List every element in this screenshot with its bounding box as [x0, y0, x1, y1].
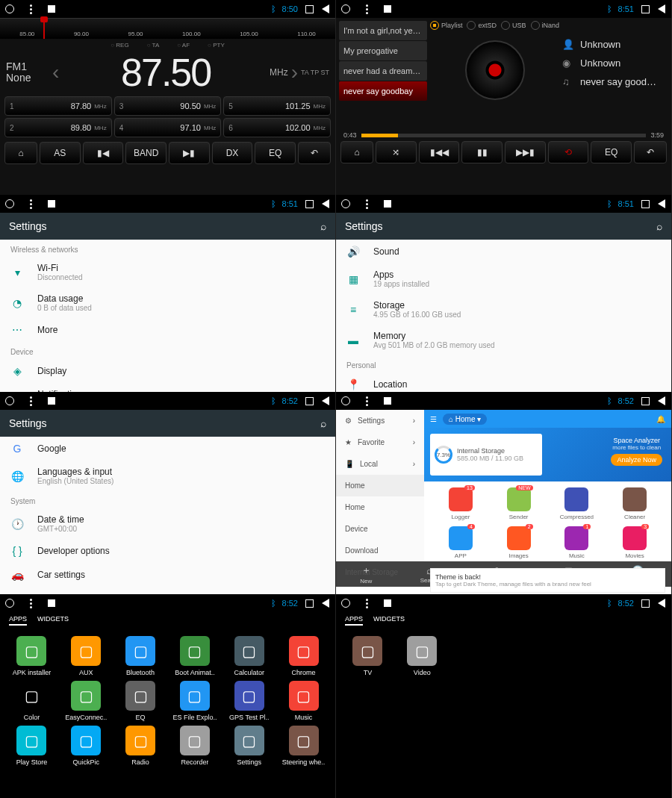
prev-button[interactable]: ▮◀	[83, 142, 124, 164]
app-item[interactable]: ▢Music	[278, 681, 329, 721]
recent-icon[interactable]	[640, 199, 650, 209]
circle-icon[interactable]	[4, 4, 15, 14]
seek-up[interactable]: ›	[288, 60, 301, 84]
recent-icon[interactable]	[640, 598, 650, 608]
home-button[interactable]: ⌂	[340, 141, 373, 163]
app-item[interactable]: ▢Video	[396, 636, 448, 676]
window-icon[interactable]	[382, 598, 393, 608]
app-item[interactable]: ▢Calculator	[223, 636, 275, 676]
sidebar-item[interactable]: ⚙Settings›	[336, 410, 424, 431]
source-tab[interactable]: iNand	[531, 21, 560, 30]
data-usage-item[interactable]: ◔Data usage0 B of data used	[0, 287, 335, 318]
app-item[interactable]: ▢EasyConnec..	[60, 681, 112, 721]
sidebar-item[interactable]: ★Favorite›	[336, 431, 424, 453]
preset-5[interactable]: 5101.25MHz	[223, 96, 331, 116]
app-item[interactable]: ▢Color	[6, 681, 57, 721]
app-item[interactable]: ▢QuickPic	[60, 726, 112, 766]
overflow-icon[interactable]	[25, 396, 36, 406]
eq-button[interactable]: EQ	[591, 141, 632, 163]
app-item[interactable]: ▢EQ	[115, 681, 167, 721]
circle-icon[interactable]	[4, 199, 15, 209]
playlist-item[interactable]: My prerogative	[339, 41, 427, 60]
about-item[interactable]: ⓘAbout deviceAndroid 7.1.1	[0, 587, 335, 594]
sidebar-item[interactable]: Home	[336, 496, 424, 518]
more-item[interactable]: ⋯More	[0, 318, 335, 342]
developer-item[interactable]: { }Developer options	[0, 539, 335, 563]
app-item[interactable]: ▢Bluetooth	[115, 636, 167, 676]
prev-button[interactable]: ▮◀◀	[419, 141, 460, 163]
app-item[interactable]: ▢AUX	[60, 636, 112, 676]
apps-item[interactable]: ▦Apps19 apps installed	[336, 264, 671, 294]
sidebar-item[interactable]: Device	[336, 518, 424, 540]
wifi-item[interactable]: ▾Wi-FiDisconnected	[0, 257, 335, 287]
next-button[interactable]: ▶▮	[169, 142, 210, 164]
tool-sender[interactable]: NEWSender	[493, 487, 545, 520]
app-item[interactable]: ▢Steering whe..	[278, 726, 329, 766]
repeat-button[interactable]: ⟲	[548, 141, 589, 163]
display-item[interactable]: ◈Display	[0, 359, 335, 383]
memory-item[interactable]: ▬MemoryAvg 501 MB of 2.0 GB memory used	[336, 325, 671, 355]
recent-icon[interactable]	[304, 199, 314, 209]
app-item[interactable]: ▢Recorder	[169, 726, 221, 766]
overflow-icon[interactable]	[361, 4, 372, 14]
home-chip[interactable]: ⌂ Home ▾	[443, 414, 487, 425]
circle-icon[interactable]	[340, 4, 351, 14]
menu-icon[interactable]: ☰	[430, 415, 437, 423]
frequency-scale[interactable]: 85.0090.0095.00100.00105.00110.00	[0, 18, 335, 39]
app-item[interactable]: ▢Chrome	[278, 636, 329, 676]
recent-icon[interactable]	[304, 4, 314, 14]
window-icon[interactable]	[382, 4, 393, 14]
circle-icon[interactable]	[4, 396, 15, 406]
search-icon[interactable]: ⌕	[656, 220, 662, 232]
back-button[interactable]: ↶	[634, 141, 667, 163]
tool-images[interactable]: 2Images	[493, 526, 545, 559]
search-icon[interactable]: ⌕	[320, 220, 326, 232]
car-item[interactable]: 🚗Car settings	[0, 563, 335, 587]
circle-icon[interactable]	[340, 598, 351, 608]
app-item[interactable]: ▢GPS Test Pl..	[223, 681, 275, 721]
preset-2[interactable]: 289.80MHz	[4, 118, 112, 137]
source-tab[interactable]: USB	[501, 21, 526, 30]
playlist-item[interactable]: never say goodbay	[339, 81, 427, 101]
overflow-icon[interactable]	[361, 598, 372, 608]
window-icon[interactable]	[382, 199, 393, 209]
overflow-icon[interactable]	[361, 199, 372, 209]
location-item[interactable]: 📍Location	[336, 372, 671, 392]
dx-button[interactable]: DX	[212, 142, 253, 164]
storage-card[interactable]: 7.3%Internal Storage585.00 MB / 11.90 GB	[430, 434, 542, 476]
tool-compressed[interactable]: Compressed	[551, 487, 603, 520]
pause-button[interactable]: ▮▮	[461, 141, 503, 163]
next-button[interactable]: ▶▶▮	[505, 141, 546, 163]
app-item[interactable]: ▢Settings	[223, 726, 275, 766]
circle-icon[interactable]	[340, 396, 351, 406]
window-icon[interactable]	[46, 396, 57, 406]
circle-icon[interactable]	[340, 199, 351, 209]
source-tab[interactable]: Playlist	[430, 21, 463, 30]
datetime-item[interactable]: 🕐Date & timeGMT+00:00	[0, 508, 335, 539]
bell-icon[interactable]: 🔔	[656, 415, 665, 423]
back-icon[interactable]	[656, 396, 667, 406]
window-icon[interactable]	[46, 4, 57, 14]
theme-card[interactable]: Theme is back!Tap to get Dark Theme, man…	[430, 568, 665, 593]
app-item[interactable]: ▢TV	[342, 636, 393, 676]
google-item[interactable]: GGoogle	[0, 437, 335, 461]
playlist-item[interactable]: I'm not a girl,not ye…	[339, 21, 427, 40]
sidebar-item[interactable]: Download	[336, 540, 424, 561]
eq-button[interactable]: EQ	[255, 142, 296, 164]
app-item[interactable]: ▢ES File Explo..	[169, 681, 221, 721]
progress-bar[interactable]: 0:433:59	[336, 131, 671, 139]
overflow-icon[interactable]	[25, 4, 36, 14]
back-icon[interactable]	[320, 4, 331, 14]
back-button[interactable]: ↶	[298, 142, 331, 164]
back-icon[interactable]	[320, 598, 331, 608]
tuning-needle[interactable]	[43, 19, 45, 39]
tool-cleaner[interactable]: Cleaner	[609, 487, 661, 520]
analyze-button[interactable]: Analyze Now	[611, 454, 662, 466]
language-item[interactable]: 🌐Languages & inputEnglish (United States…	[0, 461, 335, 491]
back-icon[interactable]	[656, 4, 667, 14]
tool-logger[interactable]: 13Logger	[435, 487, 487, 520]
app-item[interactable]: ▢Radio	[115, 726, 167, 766]
back-icon[interactable]	[320, 396, 331, 406]
window-icon[interactable]	[382, 396, 393, 406]
recent-icon[interactable]	[640, 4, 650, 14]
